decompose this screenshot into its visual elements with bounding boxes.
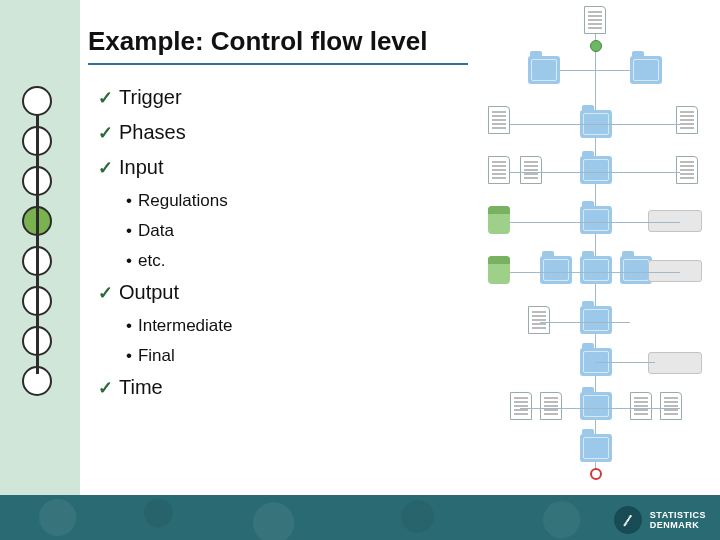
folder-icon: [580, 306, 612, 334]
subbullet-label: Data: [138, 221, 174, 240]
diagram-connector: [510, 222, 680, 223]
bullet-output: ✓Output: [98, 281, 428, 304]
bullet-icon: •: [126, 251, 132, 270]
logo-badge-icon: ⟋: [614, 506, 642, 534]
bullet-icon: •: [126, 316, 132, 335]
logo-line2: DENMARK: [650, 520, 706, 530]
check-icon: ✓: [98, 378, 113, 398]
chain-node: [22, 86, 52, 116]
subbullet-label: Intermediate: [138, 316, 233, 335]
document-icon: [488, 156, 510, 184]
document-icon: [676, 106, 698, 134]
diagram-connector: [520, 408, 680, 409]
bullet-phases: ✓Phases: [98, 121, 428, 144]
logo-line1: STATISTICS: [650, 510, 706, 520]
bullet-label: Output: [119, 281, 179, 303]
bullet-label: Trigger: [119, 86, 182, 108]
bullet-icon: •: [126, 221, 132, 240]
folder-icon: [528, 56, 560, 84]
bullet-icon: •: [126, 191, 132, 210]
subbullet-label: Final: [138, 346, 175, 365]
check-icon: ✓: [98, 283, 113, 303]
diagram-connector: [510, 172, 680, 173]
check-icon: ✓: [98, 123, 113, 143]
bullet-time: ✓Time: [98, 376, 428, 399]
note-box-icon: [648, 260, 702, 282]
document-icon: [660, 392, 682, 420]
bullet-label: Time: [119, 376, 163, 398]
org-logo: ⟋ STATISTICS DENMARK: [614, 506, 706, 534]
document-icon: [540, 392, 562, 420]
bullet-icon: •: [126, 346, 132, 365]
database-icon: [488, 206, 510, 234]
bullet-input: ✓Input: [98, 156, 428, 179]
subbullet-data: •Data: [126, 221, 428, 241]
bullet-trigger: ✓Trigger: [98, 86, 428, 109]
logo-glyph: ⟋: [617, 508, 639, 532]
logo-text: STATISTICS DENMARK: [650, 510, 706, 531]
subbullet-label: Regulations: [138, 191, 228, 210]
document-icon: [520, 156, 542, 184]
workflow-diagram: [480, 6, 710, 490]
document-icon: [528, 306, 550, 334]
folder-icon: [580, 156, 612, 184]
folder-icon: [630, 56, 662, 84]
database-icon: [488, 256, 510, 284]
subbullet-final: •Final: [126, 346, 428, 366]
note-box-icon: [648, 352, 702, 374]
document-icon: [510, 392, 532, 420]
left-band: [0, 0, 80, 495]
bullet-label: Phases: [119, 121, 186, 143]
start-node-icon: [590, 40, 602, 52]
slide-title: Example: Control flow level: [88, 26, 468, 65]
bullet-label: Input: [119, 156, 163, 178]
folder-icon: [580, 392, 612, 420]
document-icon: [488, 106, 510, 134]
diagram-connector: [595, 362, 655, 363]
document-icon: [630, 392, 652, 420]
subbullet-regulations: •Regulations: [126, 191, 428, 211]
folder-icon: [540, 256, 572, 284]
end-node-icon: [590, 468, 602, 480]
document-icon: [584, 6, 606, 34]
check-icon: ✓: [98, 88, 113, 108]
chain-connector: [36, 114, 39, 374]
subbullet-label: etc.: [138, 251, 165, 270]
note-box-icon: [648, 210, 702, 232]
subbullet-etc: •etc.: [126, 251, 428, 271]
progress-chain: [22, 86, 52, 406]
folder-icon: [580, 434, 612, 462]
footer: ⟋ STATISTICS DENMARK: [0, 495, 720, 540]
diagram-connector: [510, 124, 680, 125]
folder-icon: [580, 206, 612, 234]
slide: Example: Control flow level ✓Trigger ✓Ph…: [0, 0, 720, 540]
diagram-connector: [540, 322, 630, 323]
slide-body: ✓Trigger ✓Phases ✓Input •Regulations •Da…: [98, 86, 428, 411]
diagram-connector: [510, 272, 680, 273]
subbullet-intermediate: •Intermediate: [126, 316, 428, 336]
check-icon: ✓: [98, 158, 113, 178]
folder-icon: [580, 256, 612, 284]
document-icon: [676, 156, 698, 184]
